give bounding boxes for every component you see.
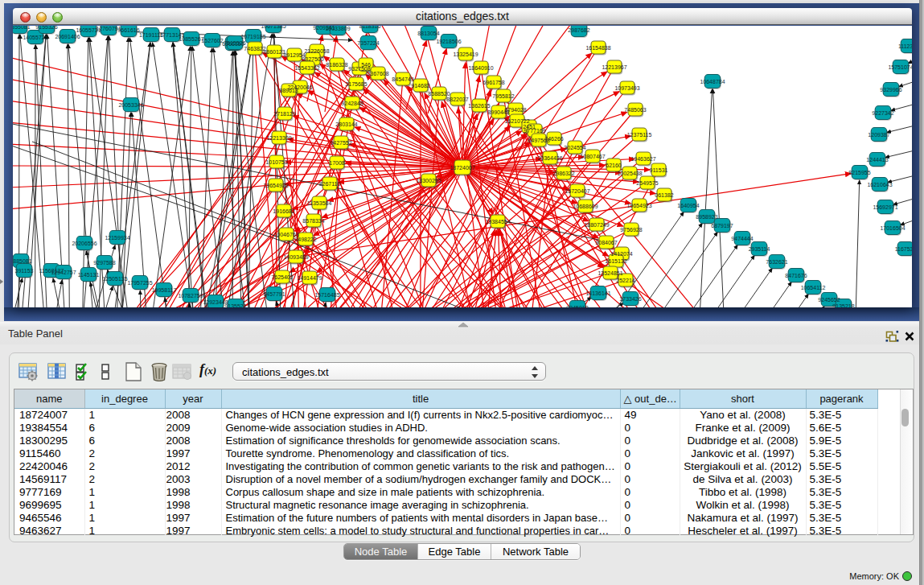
svg-text:12942757: 12942757	[51, 270, 76, 275]
svg-text:1527602: 1527602	[201, 38, 223, 43]
svg-text:62160: 62160	[606, 163, 622, 168]
svg-text:1244413: 1244413	[866, 157, 888, 163]
svg-text:9661616: 9661616	[117, 27, 139, 33]
svg-text:8267110: 8267110	[319, 181, 341, 187]
svg-text:15716485: 15716485	[314, 292, 339, 298]
svg-text:3175685: 3175685	[345, 81, 367, 87]
svg-text:6961758: 6961758	[483, 80, 504, 85]
svg-text:8860123: 8860123	[263, 49, 285, 55]
svg-text:14055721: 14055721	[23, 35, 47, 40]
svg-text:15751074: 15751074	[888, 64, 912, 70]
svg-text:9474444: 9474444	[731, 236, 753, 241]
svg-text:9245012: 9245012	[566, 305, 588, 308]
svg-text:2987682: 2987682	[568, 27, 589, 33]
svg-text:1916682: 1916682	[273, 208, 294, 214]
svg-text:9245652: 9245652	[818, 297, 840, 303]
svg-text:9498222: 9498222	[294, 237, 316, 242]
svg-text:9084067: 9084067	[595, 240, 617, 245]
svg-text:546: 546	[361, 62, 371, 68]
svg-text:15720407: 15720407	[565, 188, 589, 194]
svg-text:16210722: 16210722	[504, 118, 529, 124]
svg-text:2718129: 2718129	[273, 111, 295, 117]
svg-text:8471676: 8471676	[785, 273, 807, 278]
svg-text:20691406: 20691406	[55, 34, 80, 39]
svg-text:18724007: 18724007	[450, 165, 474, 171]
svg-text:9242848: 9242848	[341, 101, 363, 106]
svg-text:10033809: 10033809	[325, 26, 350, 31]
svg-text:15692971: 15692971	[873, 204, 897, 210]
svg-text:9457791: 9457791	[263, 291, 285, 297]
svg-text:17957255: 17957255	[127, 280, 152, 286]
svg-text:914682: 914682	[411, 83, 429, 89]
svg-text:1640954: 1640954	[677, 203, 699, 208]
svg-text:9756928: 9756928	[620, 227, 642, 233]
svg-text:11353584: 11353584	[307, 200, 332, 206]
svg-text:2935114: 2935114	[749, 246, 770, 252]
svg-text:8822037: 8822037	[446, 97, 468, 102]
svg-text:12213309: 12213309	[266, 135, 291, 141]
svg-text:8186328: 8186328	[326, 62, 347, 68]
svg-text:911531: 911531	[650, 167, 668, 173]
svg-text:12213967: 12213967	[602, 64, 626, 70]
svg-text:18640910: 18640910	[468, 65, 493, 71]
svg-text:17016504: 17016504	[880, 225, 905, 231]
svg-text:10782759: 10782759	[178, 293, 203, 299]
svg-text:19654923: 19654923	[626, 203, 651, 208]
svg-text:9777169: 9777169	[524, 128, 545, 134]
svg-text:7625402: 7625402	[271, 274, 293, 280]
svg-text:9427552: 9427552	[330, 140, 351, 146]
svg-text:7955812: 7955812	[492, 93, 514, 99]
svg-text:1855081: 1855081	[13, 26, 31, 30]
svg-text:391153: 391153	[15, 268, 34, 274]
svg-text:10807467: 10807467	[580, 154, 605, 159]
svg-text:8118316: 8118316	[359, 26, 381, 29]
svg-text:1615132: 1615132	[605, 258, 626, 264]
svg-text:6794028: 6794028	[504, 107, 526, 113]
svg-text:1167533: 1167533	[895, 246, 912, 252]
svg-text:10719185: 10719185	[240, 34, 265, 39]
svg-text:10671385: 10671385	[261, 26, 285, 29]
svg-text:10688609: 10688609	[573, 204, 598, 209]
svg-text:10025438: 10025438	[617, 171, 642, 176]
svg-text:1010753: 1010753	[265, 159, 287, 165]
svg-text:20053346: 20053346	[118, 102, 143, 108]
svg-text:2549575: 2549575	[636, 180, 658, 186]
svg-text:252214: 252214	[616, 278, 634, 283]
svg-text:061382: 061382	[655, 192, 673, 198]
svg-text:989613: 989613	[279, 88, 298, 93]
svg-text:13325419: 13325419	[453, 51, 478, 57]
svg-text:2803144: 2803144	[335, 122, 357, 127]
svg-text:7485063: 7485063	[624, 107, 646, 113]
svg-text:7632621: 7632621	[766, 259, 787, 265]
svg-text:1145131: 1145131	[78, 272, 100, 278]
svg-text:16210643: 16210643	[867, 182, 892, 187]
svg-text:1362615: 1362615	[468, 103, 490, 109]
svg-text:8454749: 8454749	[392, 76, 413, 82]
svg-text:8578334: 8578334	[302, 218, 324, 224]
svg-text:13524851: 13524851	[598, 270, 622, 276]
svg-text:1885081: 1885081	[13, 258, 32, 264]
svg-text:16154838: 16154838	[585, 45, 610, 51]
svg-text:9329966: 9329966	[880, 87, 901, 93]
svg-text:10654112: 10654112	[801, 285, 826, 290]
svg-text:10648784: 10648784	[700, 79, 725, 84]
svg-text:8813054: 8813054	[417, 31, 439, 36]
svg-text:19218506: 19218506	[436, 39, 461, 44]
svg-text:9155326: 9155326	[35, 26, 57, 30]
svg-text:19958117: 19958117	[152, 287, 177, 293]
svg-text:2367608: 2367608	[367, 71, 388, 76]
svg-text:8958923: 8958923	[696, 214, 717, 220]
svg-text:2986322: 2986322	[552, 171, 574, 176]
svg-text:18300295: 18300295	[416, 178, 441, 183]
svg-text:12505135: 12505135	[102, 276, 127, 282]
svg-text:1733426: 1733426	[619, 296, 641, 302]
svg-text:9135521: 9135521	[224, 303, 246, 308]
svg-text:746266: 746266	[544, 136, 563, 142]
svg-text:21226058: 21226058	[304, 48, 329, 54]
svg-text:7515526: 7515526	[224, 40, 245, 46]
svg-text:14136141: 14136141	[585, 290, 610, 296]
svg-text:14093489: 14093489	[283, 254, 308, 260]
svg-text:20364436: 20364436	[537, 155, 562, 161]
svg-text:6879197: 6879197	[711, 223, 733, 229]
svg-text:3024554: 3024554	[564, 145, 585, 150]
